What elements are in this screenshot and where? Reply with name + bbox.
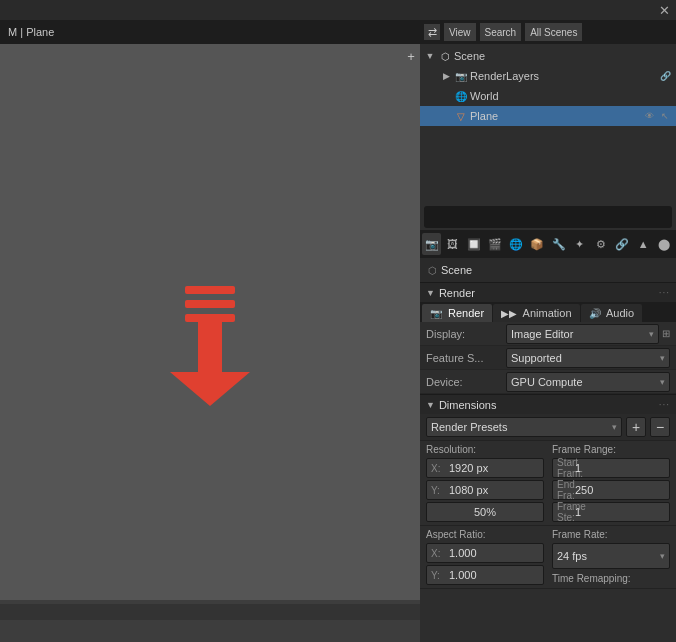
device-label: Device: — [426, 376, 506, 388]
modifier-props-icon[interactable]: 🔧 — [549, 233, 568, 255]
aspect-frame-rate-section: Aspect Ratio: X: 1.000 Y: 1.000 Frame Ra… — [420, 526, 676, 589]
display-label: Display: — [426, 328, 506, 340]
feature-set-label: Feature S... — [426, 352, 506, 364]
svg-rect-3 — [198, 322, 222, 372]
viewport-plus-button[interactable]: + — [403, 48, 419, 64]
feature-set-dropdown-value: Supported — [511, 352, 562, 364]
arrow-indicator — [170, 286, 250, 406]
res-x-input[interactable]: X: 1920 px — [426, 458, 544, 478]
output-props-icon[interactable]: 🖼 — [443, 233, 462, 255]
display-dropdown[interactable]: Image Editor ▾ — [506, 324, 659, 344]
aspect-x-input[interactable]: X: 1.000 — [426, 543, 544, 563]
frame-rate-column: Frame Rate: 24 fps ▾ Time Remapping: — [552, 529, 670, 585]
outliner-item-world[interactable]: 🌐 World — [420, 86, 676, 106]
audio-tab-label: Audio — [606, 307, 634, 319]
dimensions-section-header[interactable]: ▼ Dimensions ··· — [420, 394, 676, 414]
start-frame-label: Start Fram: — [557, 457, 571, 479]
device-dropdown[interactable]: GPU Compute ▾ — [506, 372, 670, 392]
material-props-icon[interactable]: ⬤ — [655, 233, 674, 255]
view-button[interactable]: View — [444, 23, 476, 41]
renderlayers-link-icon: 🔗 — [658, 69, 672, 83]
search-input[interactable] — [430, 212, 666, 223]
res-percent-value: 50% — [474, 506, 496, 518]
right-panel: ⇄ View Search All Scenes ▼ ⬡ Scene ▶ 📷 R… — [420, 20, 676, 642]
renderlayers-icon: 📷 — [454, 69, 468, 83]
outliner-item-renderlayers[interactable]: ▶ 📷 RenderLayers 🔗 — [420, 66, 676, 86]
res-x-value: 1920 px — [449, 462, 488, 474]
tree-expand-placeholder — [440, 90, 452, 102]
constraints-props-icon[interactable]: 🔗 — [613, 233, 632, 255]
renderlayers-label: RenderLayers — [470, 70, 656, 82]
display-row: Display: Image Editor ▾ ⊞ — [420, 322, 676, 346]
display-extra-icon[interactable]: ⊞ — [662, 328, 670, 339]
aspect-label: Aspect Ratio: — [426, 529, 544, 540]
presets-add-button[interactable]: + — [626, 417, 646, 437]
device-dropdown-arrow-icon: ▾ — [660, 377, 665, 387]
plane-cursor-icon[interactable]: ↖ — [658, 109, 672, 123]
tree-expand-arrow[interactable]: ▼ — [424, 50, 436, 62]
aspect-x-label: X: — [431, 548, 445, 559]
tree-expand-arrow[interactable]: ▶ — [440, 70, 452, 82]
render-tab-audio[interactable]: 🔊 Audio — [581, 304, 643, 322]
scene-name: Scene — [441, 264, 472, 276]
close-button[interactable]: ✕ — [659, 4, 670, 17]
render-tab-render[interactable]: 📷 Render — [422, 304, 492, 322]
plane-visibility-icon[interactable]: 👁 — [642, 109, 656, 123]
outliner-content: ▼ ⬡ Scene ▶ 📷 RenderLayers 🔗 🌐 World ▽ P… — [420, 44, 676, 204]
viewport-label: M | Plane — [8, 26, 54, 38]
plane-label: Plane — [470, 110, 640, 122]
render-section-dots: ··· — [659, 287, 670, 298]
dimensions-section-dots: ··· — [659, 399, 670, 410]
feature-set-row: Feature S... Supported ▾ — [420, 346, 676, 370]
res-percent-input[interactable]: 50% — [426, 502, 544, 522]
animation-tab-label: Animation — [523, 307, 572, 319]
outliner-item-scene[interactable]: ▼ ⬡ Scene — [420, 46, 676, 66]
aspect-x-value: 1.000 — [449, 547, 477, 559]
particle-props-icon[interactable]: ✦ — [570, 233, 589, 255]
properties-panel: 📷 🖼 🔲 🎬 🌐 📦 🔧 ✦ ⚙ 🔗 ▲ ⬤ ⬡ Scene ▼ Render… — [420, 230, 676, 642]
all-scenes-button[interactable]: All Scenes — [525, 23, 582, 41]
properties-icon-bar: 📷 🖼 🔲 🎬 🌐 📦 🔧 ✦ ⚙ 🔗 ▲ ⬤ — [420, 230, 676, 258]
frame-range-column: Frame Range: Start Fram: 1 End Fra: 250 … — [552, 444, 670, 522]
time-remapping-label: Time Remapping: — [552, 573, 670, 584]
aspect-y-input[interactable]: Y: 1.000 — [426, 565, 544, 585]
aspect-y-value: 1.000 — [449, 569, 477, 581]
render-tabs: 📷 Render ▶▶ Animation 🔊 Audio — [420, 302, 676, 322]
view-layer-props-icon[interactable]: 🔲 — [464, 233, 483, 255]
res-y-value: 1080 px — [449, 484, 488, 496]
data-props-icon[interactable]: ▲ — [634, 233, 653, 255]
device-row: Device: GPU Compute ▾ — [420, 370, 676, 394]
presets-remove-button[interactable]: − — [650, 417, 670, 437]
frame-step-input[interactable]: Frame Ste: 1 — [552, 502, 670, 522]
audio-tab-icon: 🔊 — [589, 308, 601, 319]
start-frame-input[interactable]: Start Fram: 1 — [552, 458, 670, 478]
res-y-input[interactable]: Y: 1080 px — [426, 480, 544, 500]
resolution-column: Resolution: X: 1920 px Y: 1080 px 50% — [426, 444, 544, 522]
aspect-y-label: Y: — [431, 570, 445, 581]
feature-set-dropdown-arrow-icon: ▾ — [660, 353, 665, 363]
search-button[interactable]: Search — [480, 23, 522, 41]
scene-label: Scene — [454, 50, 672, 62]
render-section: ▼ Render ··· 📷 Render ▶▶ Animation 🔊 Aud… — [420, 282, 676, 642]
svg-rect-0 — [185, 286, 235, 294]
frame-rate-dropdown[interactable]: 24 fps ▾ — [552, 543, 670, 569]
scene-icon: ⬡ — [438, 49, 452, 63]
outliner-search[interactable] — [424, 206, 672, 228]
scene-icon-small: ⬡ — [428, 265, 437, 276]
scene-props-icon[interactable]: 🎬 — [486, 233, 505, 255]
device-dropdown-value: GPU Compute — [511, 376, 583, 388]
physics-props-icon[interactable]: ⚙ — [591, 233, 610, 255]
outliner-item-plane[interactable]: ▽ Plane 👁 ↖ — [420, 106, 676, 126]
end-frame-value: 250 — [575, 484, 593, 496]
render-props-icon[interactable]: 📷 — [422, 233, 441, 255]
world-props-icon[interactable]: 🌐 — [507, 233, 526, 255]
render-tab-animation[interactable]: ▶▶ Animation — [493, 304, 579, 322]
outliner-arrows-icon[interactable]: ⇄ — [424, 24, 440, 40]
render-presets-dropdown[interactable]: Render Presets ▾ — [426, 417, 622, 437]
feature-set-dropdown[interactable]: Supported ▾ — [506, 348, 670, 368]
outliner-header: ⇄ View Search All Scenes — [420, 20, 676, 44]
end-frame-input[interactable]: End Fra: 250 — [552, 480, 670, 500]
frame-step-label: Frame Ste: — [557, 501, 571, 523]
object-props-icon[interactable]: 📦 — [528, 233, 547, 255]
render-section-header[interactable]: ▼ Render ··· — [420, 282, 676, 302]
